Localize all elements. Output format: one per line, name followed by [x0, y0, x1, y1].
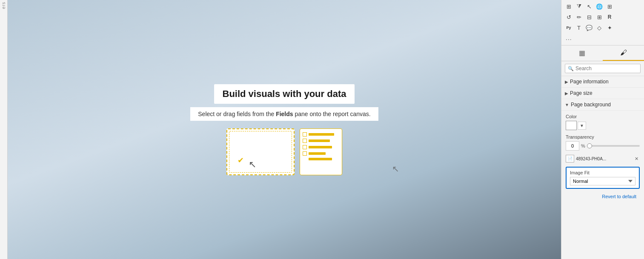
chevron-down-icon: ▼ [565, 102, 569, 107]
edge-text: ers [1, 2, 6, 9]
illus-check-1 [303, 132, 307, 137]
more-dots[interactable]: ... [564, 34, 574, 42]
slider-thumb [587, 143, 592, 148]
sub-heading-bold: Fields [276, 111, 293, 117]
section-page-size[interactable]: ▶ Page size [561, 88, 644, 99]
illustration: ✔ ↖ [226, 128, 342, 175]
page-information-label: Page information [570, 79, 609, 85]
chevron-right-icon: ▶ [565, 80, 568, 84]
py-icon[interactable]: Py [564, 23, 573, 32]
icon-row-3: Py T 💬 ◇ ✦ [564, 23, 641, 32]
format-tab-icon: 🖌 [620, 49, 627, 57]
section-page-background[interactable]: ▼ Page background [561, 99, 644, 111]
edit-icon[interactable]: ✏ [574, 12, 584, 22]
checkmark-icon: ✔ [238, 156, 244, 165]
transparency-label: Transparency [566, 134, 640, 139]
search-box: 🔍 [565, 64, 641, 73]
file-icon: 📄 [566, 155, 574, 162]
transparency-row: 0 % [566, 141, 640, 151]
close-file-button[interactable]: ✕ [633, 156, 640, 162]
file-row: 📄 489243-PH0A... ✕ [566, 155, 640, 162]
illus-bar-2 [309, 139, 330, 142]
page-size-label: Page size [570, 90, 592, 96]
cursor-icon[interactable]: ↖ [584, 2, 594, 11]
cursor-indicator: ↖ [392, 164, 399, 174]
section-page-information[interactable]: ▶ Page information [561, 76, 644, 88]
illus-row-5 [303, 158, 339, 160]
right-format-panel: ⊞ ⧩ ↖ 🌐 ⊞ ↺ ✏ ⊟ ⊞ R Py T 💬 ◇ ✦ ... ▦ [561, 0, 644, 259]
page-background-content: Color ▼ Transparency 0 % 📄 489243-PH0A..… [561, 111, 644, 203]
transparency-slider[interactable] [587, 145, 640, 147]
grid-tab-icon: ▦ [579, 49, 585, 57]
report-canvas: Build visuals with your data Select or d… [8, 0, 561, 259]
sub-heading-prefix: Select or drag fields from the [198, 111, 276, 117]
page-background-label: Page background [571, 102, 611, 108]
canvas-content: Build visuals with your data Select or d… [190, 84, 378, 175]
search-container: 🔍 [561, 61, 644, 76]
search-icon: 🔍 [568, 66, 574, 71]
tab-row: ▦ 🖌 [561, 46, 644, 61]
revert-container: Revert to default [566, 192, 640, 200]
file-name: 489243-PH0A... [576, 157, 632, 161]
sparkle-icon[interactable]: ✦ [605, 23, 614, 32]
image-fit-container: Image Fit Normal Fit Fill Tile [566, 167, 640, 189]
percent-label: % [581, 143, 585, 148]
illus-box-right [300, 128, 342, 175]
grid-icon[interactable]: ⊞ [564, 2, 573, 11]
speech-icon[interactable]: 💬 [584, 23, 594, 32]
illus-check-2 [303, 139, 307, 143]
tab-format[interactable]: 🖌 [603, 46, 644, 61]
color-dropdown-arrow[interactable]: ▼ [578, 122, 586, 130]
matrix-icon[interactable]: ⊞ [595, 12, 604, 22]
color-label: Color [566, 114, 640, 119]
icon-row-1: ⊞ ⧩ ↖ 🌐 ⊞ [564, 2, 641, 11]
color-picker-row: ▼ [566, 121, 640, 130]
table-icon[interactable]: ⊟ [584, 12, 594, 22]
image-fit-label: Image Fit [570, 170, 635, 175]
illus-bar-4 [309, 152, 326, 155]
main-heading: Build visuals with your data [214, 84, 355, 104]
text-icon[interactable]: T [574, 23, 584, 32]
sub-heading: Select or drag fields from the Fields pa… [190, 107, 378, 121]
left-edge-panel: ers [0, 0, 8, 259]
illus-row-3 [303, 145, 339, 149]
illus-row-1 [303, 132, 339, 137]
sub-heading-suffix: pane onto the report canvas. [293, 111, 371, 117]
illus-bar-3 [309, 146, 332, 148]
illus-bar-5 [309, 158, 332, 160]
r-icon[interactable]: R [605, 12, 614, 22]
toolbar-icons: ⊞ ⧩ ↖ 🌐 ⊞ ↺ ✏ ⊟ ⊞ R Py T 💬 ◇ ✦ ... [561, 0, 644, 46]
illus-row-4 [303, 151, 339, 156]
tab-grid[interactable]: ▦ [561, 46, 603, 61]
refresh-icon[interactable]: ↺ [564, 12, 573, 22]
transparency-input[interactable]: 0 [566, 141, 579, 151]
illus-check-3 [303, 145, 307, 149]
arrow-cursor-icon: ↖ [249, 159, 256, 170]
funnel-icon[interactable]: ⧩ [574, 2, 584, 11]
shapes-icon[interactable]: ◇ [595, 23, 604, 32]
icon-row-more: ... [564, 34, 641, 42]
image-fit-select[interactable]: Normal Fit Fill Tile [570, 177, 635, 185]
globe-icon[interactable]: 🌐 [595, 2, 604, 11]
color-swatch[interactable] [566, 121, 577, 130]
illus-check-4 [303, 151, 307, 156]
illus-box-left: ✔ ↖ [226, 128, 295, 175]
illus-row-2 [303, 139, 339, 143]
revert-to-default-link[interactable]: Revert to default [598, 192, 640, 201]
search-input[interactable] [575, 65, 638, 71]
chevron-right-icon-size: ▶ [565, 91, 568, 96]
icon-row-2: ↺ ✏ ⊟ ⊞ R [564, 12, 641, 22]
illus-bar-1 [309, 133, 334, 136]
apps-icon[interactable]: ⊞ [605, 2, 614, 11]
